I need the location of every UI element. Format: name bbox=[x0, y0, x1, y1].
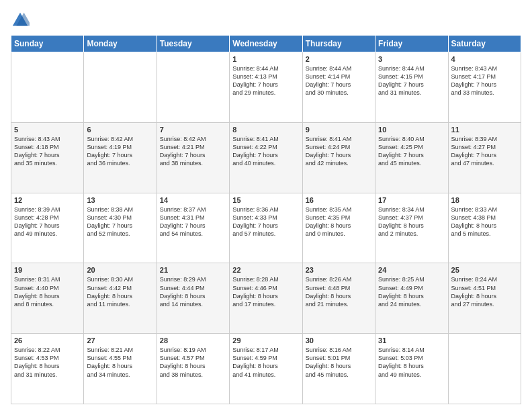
week-row-1: 1Sunrise: 8:44 AM Sunset: 4:13 PM Daylig… bbox=[11, 52, 521, 123]
calendar-cell: 7Sunrise: 8:42 AM Sunset: 4:21 PM Daylig… bbox=[157, 122, 229, 193]
calendar-cell: 12Sunrise: 8:39 AM Sunset: 4:28 PM Dayli… bbox=[11, 193, 84, 263]
day-number: 4 bbox=[451, 55, 518, 63]
day-info: Sunrise: 8:24 AM Sunset: 4:51 PM Dayligh… bbox=[451, 275, 518, 308]
day-info: Sunrise: 8:19 AM Sunset: 4:57 PM Dayligh… bbox=[160, 346, 226, 379]
calendar-cell: 19Sunrise: 8:31 AM Sunset: 4:40 PM Dayli… bbox=[11, 263, 84, 334]
calendar-cell: 16Sunrise: 8:35 AM Sunset: 4:35 PM Dayli… bbox=[302, 193, 375, 263]
day-number: 20 bbox=[87, 266, 153, 274]
week-row-3: 12Sunrise: 8:39 AM Sunset: 4:28 PM Dayli… bbox=[11, 193, 521, 263]
day-number: 8 bbox=[232, 126, 299, 134]
day-number: 1 bbox=[232, 55, 299, 63]
calendar-cell: 8Sunrise: 8:41 AM Sunset: 4:22 PM Daylig… bbox=[230, 122, 302, 193]
header bbox=[11, 11, 521, 30]
day-number: 2 bbox=[306, 55, 372, 63]
calendar-cell: 26Sunrise: 8:22 AM Sunset: 4:53 PM Dayli… bbox=[11, 334, 84, 404]
day-number: 25 bbox=[451, 266, 518, 274]
day-number: 22 bbox=[232, 266, 299, 274]
day-info: Sunrise: 8:38 AM Sunset: 4:30 PM Dayligh… bbox=[87, 205, 153, 238]
day-number: 27 bbox=[87, 336, 153, 345]
calendar-cell: 28Sunrise: 8:19 AM Sunset: 4:57 PM Dayli… bbox=[157, 334, 229, 404]
day-number: 26 bbox=[14, 336, 81, 345]
logo-icon bbox=[11, 11, 30, 30]
day-info: Sunrise: 8:43 AM Sunset: 4:18 PM Dayligh… bbox=[14, 135, 81, 168]
day-info: Sunrise: 8:37 AM Sunset: 4:31 PM Dayligh… bbox=[160, 205, 226, 238]
day-info: Sunrise: 8:26 AM Sunset: 4:48 PM Dayligh… bbox=[306, 275, 372, 308]
calendar-table: SundayMondayTuesdayWednesdayThursdayFrid… bbox=[11, 35, 521, 404]
day-info: Sunrise: 8:44 AM Sunset: 4:15 PM Dayligh… bbox=[378, 64, 445, 97]
calendar-cell: 23Sunrise: 8:26 AM Sunset: 4:48 PM Dayli… bbox=[302, 263, 375, 334]
day-info: Sunrise: 8:29 AM Sunset: 4:44 PM Dayligh… bbox=[160, 275, 226, 308]
day-number: 23 bbox=[306, 266, 372, 274]
day-info: Sunrise: 8:16 AM Sunset: 5:01 PM Dayligh… bbox=[306, 346, 372, 379]
day-info: Sunrise: 8:39 AM Sunset: 4:28 PM Dayligh… bbox=[14, 205, 81, 238]
day-info: Sunrise: 8:35 AM Sunset: 4:35 PM Dayligh… bbox=[306, 205, 372, 238]
day-info: Sunrise: 8:42 AM Sunset: 4:21 PM Dayligh… bbox=[160, 135, 226, 168]
day-number: 14 bbox=[160, 196, 226, 204]
week-row-4: 19Sunrise: 8:31 AM Sunset: 4:40 PM Dayli… bbox=[11, 263, 521, 334]
day-info: Sunrise: 8:42 AM Sunset: 4:19 PM Dayligh… bbox=[87, 135, 153, 168]
day-info: Sunrise: 8:41 AM Sunset: 4:24 PM Dayligh… bbox=[306, 135, 372, 168]
day-number: 11 bbox=[451, 126, 518, 134]
day-info: Sunrise: 8:39 AM Sunset: 4:27 PM Dayligh… bbox=[451, 135, 518, 168]
calendar-cell: 13Sunrise: 8:38 AM Sunset: 4:30 PM Dayli… bbox=[84, 193, 157, 263]
calendar-cell: 14Sunrise: 8:37 AM Sunset: 4:31 PM Dayli… bbox=[157, 193, 229, 263]
day-info: Sunrise: 8:22 AM Sunset: 4:53 PM Dayligh… bbox=[14, 346, 81, 379]
day-info: Sunrise: 8:21 AM Sunset: 4:55 PM Dayligh… bbox=[87, 346, 153, 379]
weekday-header-monday: Monday bbox=[84, 36, 157, 52]
weekday-header-friday: Friday bbox=[375, 36, 448, 52]
day-number: 12 bbox=[14, 196, 81, 204]
day-number: 7 bbox=[160, 126, 226, 134]
day-info: Sunrise: 8:34 AM Sunset: 4:37 PM Dayligh… bbox=[378, 205, 445, 238]
weekday-header-row: SundayMondayTuesdayWednesdayThursdayFrid… bbox=[11, 36, 521, 52]
calendar-cell: 20Sunrise: 8:30 AM Sunset: 4:42 PM Dayli… bbox=[84, 263, 157, 334]
calendar-cell: 18Sunrise: 8:33 AM Sunset: 4:38 PM Dayli… bbox=[448, 193, 521, 263]
calendar-cell: 5Sunrise: 8:43 AM Sunset: 4:18 PM Daylig… bbox=[11, 122, 84, 193]
day-info: Sunrise: 8:25 AM Sunset: 4:49 PM Dayligh… bbox=[378, 275, 445, 308]
calendar-cell: 25Sunrise: 8:24 AM Sunset: 4:51 PM Dayli… bbox=[448, 263, 521, 334]
calendar-cell: 9Sunrise: 8:41 AM Sunset: 4:24 PM Daylig… bbox=[302, 122, 375, 193]
day-number: 5 bbox=[14, 126, 81, 134]
day-info: Sunrise: 8:44 AM Sunset: 4:13 PM Dayligh… bbox=[232, 64, 299, 97]
day-number: 21 bbox=[160, 266, 226, 274]
weekday-header-wednesday: Wednesday bbox=[230, 36, 302, 52]
day-info: Sunrise: 8:43 AM Sunset: 4:17 PM Dayligh… bbox=[451, 64, 518, 97]
day-number: 6 bbox=[87, 126, 153, 134]
calendar-cell: 21Sunrise: 8:29 AM Sunset: 4:44 PM Dayli… bbox=[157, 263, 229, 334]
day-number: 31 bbox=[378, 336, 445, 345]
day-number: 28 bbox=[160, 336, 226, 345]
day-number: 19 bbox=[14, 266, 81, 274]
calendar-cell bbox=[157, 52, 229, 123]
weekday-header-sunday: Sunday bbox=[11, 36, 84, 52]
day-info: Sunrise: 8:17 AM Sunset: 4:59 PM Dayligh… bbox=[232, 346, 299, 379]
day-info: Sunrise: 8:44 AM Sunset: 4:14 PM Dayligh… bbox=[306, 64, 372, 97]
calendar-cell bbox=[11, 52, 84, 123]
calendar-cell: 22Sunrise: 8:28 AM Sunset: 4:46 PM Dayli… bbox=[230, 263, 302, 334]
weekday-header-thursday: Thursday bbox=[302, 36, 375, 52]
day-info: Sunrise: 8:36 AM Sunset: 4:33 PM Dayligh… bbox=[232, 205, 299, 238]
day-info: Sunrise: 8:14 AM Sunset: 5:03 PM Dayligh… bbox=[378, 346, 445, 379]
day-info: Sunrise: 8:30 AM Sunset: 4:42 PM Dayligh… bbox=[87, 275, 153, 308]
day-number: 3 bbox=[378, 55, 445, 63]
calendar-cell: 10Sunrise: 8:40 AM Sunset: 4:25 PM Dayli… bbox=[375, 122, 448, 193]
calendar-cell: 24Sunrise: 8:25 AM Sunset: 4:49 PM Dayli… bbox=[375, 263, 448, 334]
day-number: 29 bbox=[232, 336, 299, 345]
calendar-cell: 6Sunrise: 8:42 AM Sunset: 4:19 PM Daylig… bbox=[84, 122, 157, 193]
logo bbox=[11, 11, 32, 30]
calendar-cell: 17Sunrise: 8:34 AM Sunset: 4:37 PM Dayli… bbox=[375, 193, 448, 263]
day-info: Sunrise: 8:40 AM Sunset: 4:25 PM Dayligh… bbox=[378, 135, 445, 168]
calendar-cell: 1Sunrise: 8:44 AM Sunset: 4:13 PM Daylig… bbox=[230, 52, 302, 123]
day-number: 18 bbox=[451, 196, 518, 204]
day-number: 24 bbox=[378, 266, 445, 274]
day-number: 30 bbox=[306, 336, 372, 345]
day-info: Sunrise: 8:28 AM Sunset: 4:46 PM Dayligh… bbox=[232, 275, 299, 308]
week-row-5: 26Sunrise: 8:22 AM Sunset: 4:53 PM Dayli… bbox=[11, 334, 521, 404]
calendar-cell: 27Sunrise: 8:21 AM Sunset: 4:55 PM Dayli… bbox=[84, 334, 157, 404]
day-number: 13 bbox=[87, 196, 153, 204]
week-row-2: 5Sunrise: 8:43 AM Sunset: 4:18 PM Daylig… bbox=[11, 122, 521, 193]
calendar-cell: 31Sunrise: 8:14 AM Sunset: 5:03 PM Dayli… bbox=[375, 334, 448, 404]
day-number: 17 bbox=[378, 196, 445, 204]
day-number: 9 bbox=[306, 126, 372, 134]
calendar-cell: 29Sunrise: 8:17 AM Sunset: 4:59 PM Dayli… bbox=[230, 334, 302, 404]
day-info: Sunrise: 8:31 AM Sunset: 4:40 PM Dayligh… bbox=[14, 275, 81, 308]
day-number: 15 bbox=[232, 196, 299, 204]
